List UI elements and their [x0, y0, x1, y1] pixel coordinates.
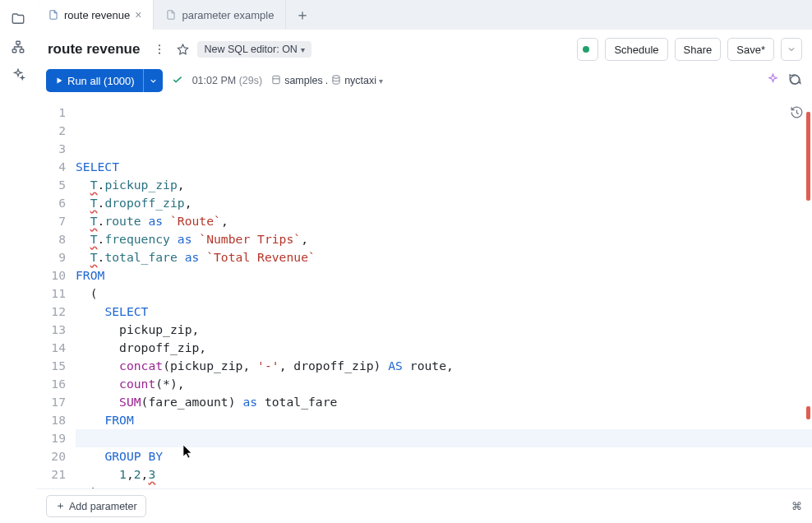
star-icon[interactable]	[174, 41, 191, 58]
save-menu-caret[interactable]	[781, 38, 802, 61]
comment-icon[interactable]	[788, 72, 802, 89]
execution-marker-track	[805, 100, 810, 488]
ai-assist-icon[interactable]	[766, 72, 780, 89]
tab-label: route revenue	[64, 9, 130, 21]
footer-bar: ＋ Add parameter ⌘	[36, 488, 812, 523]
run-all-button[interactable]: Run all (1000)	[46, 69, 143, 92]
svg-rect-2	[20, 49, 24, 53]
sql-file-icon	[48, 9, 59, 21]
play-icon	[54, 76, 64, 86]
sql-file-icon	[165, 9, 177, 21]
tab-strip: route revenue × parameter example ＋	[36, 0, 812, 30]
app-root: route revenue × parameter example ＋ rout…	[0, 0, 812, 523]
sql-editor[interactable]: 123456789101112131415161718192021 SELECT…	[36, 100, 812, 488]
code-area[interactable]: SELECT T.pickup_zip, T.dropoff_zip, T.ro…	[72, 100, 812, 488]
add-tab-button[interactable]: ＋	[286, 0, 319, 30]
status-indicator[interactable]	[577, 38, 598, 61]
svg-point-5	[159, 53, 160, 54]
catalog-icon	[270, 74, 282, 88]
save-button[interactable]: Save*	[727, 38, 774, 61]
tab-parameter-example[interactable]: parameter example	[154, 0, 286, 30]
page-title: route revenue	[48, 41, 140, 58]
chevron-down-icon: ▾	[379, 76, 383, 86]
left-rail	[0, 0, 36, 523]
svg-point-4	[159, 49, 160, 50]
run-label: Run all (1000)	[67, 75, 135, 87]
ai-sparkle-icon[interactable]	[11, 67, 25, 82]
schedule-button[interactable]: Schedule	[605, 38, 667, 61]
tab-label: parameter example	[182, 9, 274, 21]
run-all-split-button: Run all (1000)	[46, 69, 163, 92]
svg-rect-0	[16, 41, 21, 44]
plus-icon: ＋	[55, 499, 66, 513]
chevron-down-icon: ▾	[301, 45, 305, 54]
add-parameter-button[interactable]: ＋ Add parameter	[46, 495, 146, 517]
svg-rect-6	[273, 76, 279, 83]
svg-point-3	[159, 44, 160, 46]
run-menu-caret[interactable]	[143, 69, 163, 92]
main-panel: route revenue × parameter example ＋ rout…	[36, 0, 812, 523]
error-marker	[806, 112, 810, 201]
run-toolbar: Run all (1000) 01:02 PM (29s) samples . …	[36, 67, 812, 100]
sql-editor-toggle[interactable]: New SQL editor: ON ▾	[197, 41, 311, 58]
line-gutter: 123456789101112131415161718192021	[36, 100, 72, 488]
tab-route-revenue[interactable]: route revenue ×	[36, 0, 154, 30]
close-icon[interactable]: ×	[135, 8, 141, 21]
svg-rect-1	[12, 49, 16, 53]
share-button[interactable]: Share	[675, 38, 722, 61]
kebab-menu-icon[interactable]	[151, 41, 168, 58]
database-icon	[330, 74, 342, 88]
toggle-label: New SQL editor: ON	[204, 44, 297, 55]
folder-icon[interactable]	[11, 12, 25, 26]
error-marker	[806, 406, 810, 419]
green-dot-icon	[583, 46, 589, 53]
schema-icon[interactable]	[11, 39, 25, 54]
check-icon	[171, 73, 184, 89]
last-run-time: 01:02 PM (29s)	[192, 75, 262, 86]
query-header: route revenue New SQL editor: ON ▾ Sched…	[36, 30, 812, 67]
catalog-selector[interactable]: samples . nyctaxi ▾	[270, 74, 383, 88]
keyboard-shortcuts-icon[interactable]: ⌘	[791, 500, 802, 512]
svg-point-7	[333, 75, 339, 78]
